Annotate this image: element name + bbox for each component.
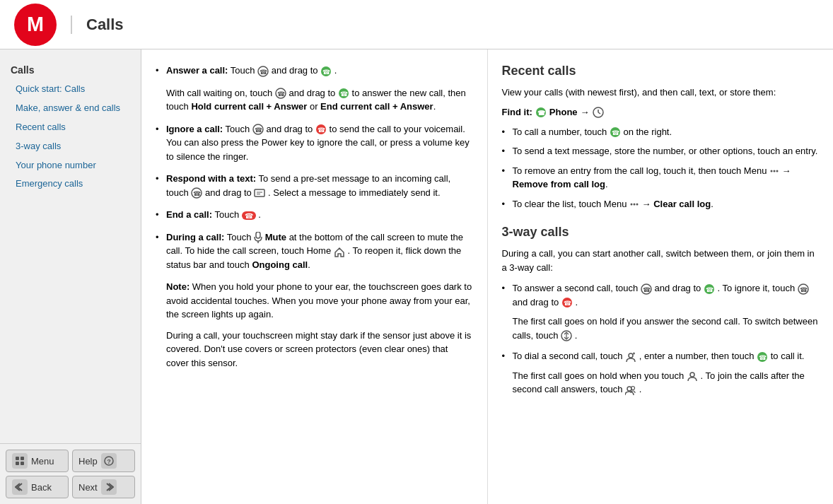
right-panel: Recent calls View your calls (with newes… <box>488 49 834 504</box>
help-button[interactable]: Help ? <box>72 450 135 472</box>
during-call-bullet: During a call: Touch Mute at the bottom … <box>156 230 473 272</box>
message-icon <box>254 187 265 199</box>
note2-text: During a call, your touchscreen might st… <box>156 329 473 370</box>
arrow-icon: → <box>581 107 590 117</box>
svg-text:☎: ☎ <box>563 300 571 307</box>
svg-rect-26 <box>256 232 260 238</box>
ignore-call-term: Ignore a call: <box>166 124 223 134</box>
svg-text:M: M <box>27 12 44 35</box>
phone-circle-icon: ☎ <box>257 66 269 77</box>
three-way-bullet-1: To answer a second call, touch ☎ and dra… <box>502 281 820 309</box>
svg-point-38 <box>630 204 632 206</box>
find-it-line: Find it: ☎ Phone → <box>502 107 820 118</box>
three-way-section: 3-way calls During a call, you can start… <box>502 225 820 397</box>
recent-bullet-4: To clear the list, touch Menu → Clear ca… <box>502 197 820 211</box>
svg-text:☎: ☎ <box>759 354 767 361</box>
svg-rect-4 <box>21 462 24 465</box>
phone-green-icon3: ☎ <box>704 283 715 295</box>
answer-call-bullet: Answer a call: Touch ☎ and drag to ☎ . <box>156 64 473 78</box>
svg-point-35 <box>770 170 772 172</box>
app-header: M Calls <box>0 0 833 49</box>
ignore-call-bullet: Ignore a call: Touch ☎ and drag to ☎ to … <box>156 122 473 164</box>
mic-icon <box>254 232 262 243</box>
content-area: Answer a call: Touch ☎ and drag to ☎ . W… <box>141 49 833 504</box>
note-label: Note: <box>166 281 190 292</box>
note-block: Note: When you hold your phone to your e… <box>156 280 473 322</box>
menu-dots-icon2 <box>629 199 639 209</box>
left-panel: Answer a call: Touch ☎ and drag to ☎ . W… <box>141 49 488 504</box>
phone-green-small-icon: ☎ <box>535 107 547 118</box>
end-call-term: End a call: <box>166 209 212 220</box>
find-it-phone-label: Phone <box>549 107 578 117</box>
svg-point-51 <box>629 353 633 358</box>
motorola-logo: M <box>14 4 57 46</box>
home-icon <box>334 246 345 257</box>
phone-green-icon: ☎ <box>320 66 332 77</box>
recent-calls-intro: View your calls (with newest first), and… <box>502 86 820 100</box>
phone-red-icon2: ☎ <box>561 297 573 308</box>
three-way-title: 3-way calls <box>502 225 820 240</box>
sidebar-item-emergency[interactable]: Emergency calls <box>7 175 134 194</box>
page-title: Calls <box>71 16 124 34</box>
phone-green-icon2: ☎ <box>338 88 349 99</box>
clock-icon <box>593 107 604 118</box>
menu-button[interactable]: Menu <box>6 450 69 472</box>
switch-icon <box>561 330 572 341</box>
menu-icon <box>12 453 28 469</box>
svg-text:☎: ☎ <box>642 286 650 293</box>
next-label: Next <box>78 482 98 493</box>
respond-text-term: Respond with a text: <box>166 173 256 184</box>
phone-right-icon: ☎ <box>610 127 621 138</box>
phone-circle-icon4: ☎ <box>191 187 202 199</box>
phone-circle-icon2: ☎ <box>275 88 286 99</box>
phone-circle-icon3: ☎ <box>252 124 264 135</box>
call-waiting-text: With call waiting on, touch ☎ and drag t… <box>156 86 473 114</box>
help-label: Help <box>78 456 98 467</box>
menu-label: Menu <box>31 456 54 467</box>
sidebar-item-calls[interactable]: Calls <box>7 60 134 80</box>
note-text: When you hold your phone to your ear, th… <box>166 281 472 320</box>
svg-text:☎: ☎ <box>276 90 284 98</box>
svg-rect-21 <box>255 189 264 197</box>
recent-calls-title: Recent calls <box>502 64 820 78</box>
sidebar-item-phone-number[interactable]: Your phone number <box>7 156 134 175</box>
sidebar: Calls Quick start: Calls Make, answer & … <box>0 49 141 504</box>
back-button[interactable]: Back <box>6 476 69 498</box>
svg-line-32 <box>598 112 600 114</box>
three-way-intro: During a call, you can start another cal… <box>502 247 820 274</box>
svg-text:☎: ☎ <box>705 286 713 293</box>
sidebar-item-make-answer[interactable]: Make, answer & end calls <box>7 99 134 118</box>
end-call-icon: ☎ <box>242 210 256 221</box>
three-way-text-2: The first call goes on hold when you tou… <box>502 369 820 397</box>
svg-point-56 <box>690 373 694 377</box>
svg-point-37 <box>776 170 778 172</box>
menu-dots-icon <box>769 166 779 176</box>
recent-calls-section: Recent calls View your calls (with newes… <box>502 64 820 211</box>
svg-text:☎: ☎ <box>611 129 619 136</box>
phone-green-icon4: ☎ <box>757 351 768 363</box>
svg-text:☎: ☎ <box>260 69 267 76</box>
bottom-nav: Menu Help ? Back <box>0 443 141 504</box>
three-way-text-1: The first call goes on hold if you answe… <box>502 315 820 342</box>
recent-bullet-3: To remove an entry from the call log, to… <box>502 164 820 192</box>
sidebar-item-quickstart[interactable]: Quick start: Calls <box>7 80 134 99</box>
svg-point-36 <box>773 170 775 172</box>
next-button[interactable]: Next <box>72 476 135 498</box>
sidebar-nav: Calls Quick start: Calls Make, answer & … <box>0 49 141 204</box>
svg-text:☎: ☎ <box>254 127 262 134</box>
find-it-label: Find it: <box>502 107 532 117</box>
svg-point-39 <box>633 204 635 206</box>
phone-circle-icon5: ☎ <box>641 283 652 295</box>
respond-text-bullet: Respond with a text: To send a pre-set m… <box>156 172 473 199</box>
back-label: Back <box>31 482 52 493</box>
svg-text:☎: ☎ <box>537 110 544 117</box>
sidebar-item-3way[interactable]: 3-way calls <box>7 137 134 156</box>
sidebar-item-recent[interactable]: Recent calls <box>7 118 134 137</box>
end-call-bullet: End a call: Touch ☎ . <box>156 208 473 222</box>
svg-text:☎: ☎ <box>322 69 330 76</box>
svg-point-40 <box>636 204 638 206</box>
svg-text:☎: ☎ <box>245 212 253 220</box>
answer-call-text: Touch <box>231 65 257 76</box>
contacts-icon3 <box>625 385 636 396</box>
next-icon <box>101 479 117 495</box>
